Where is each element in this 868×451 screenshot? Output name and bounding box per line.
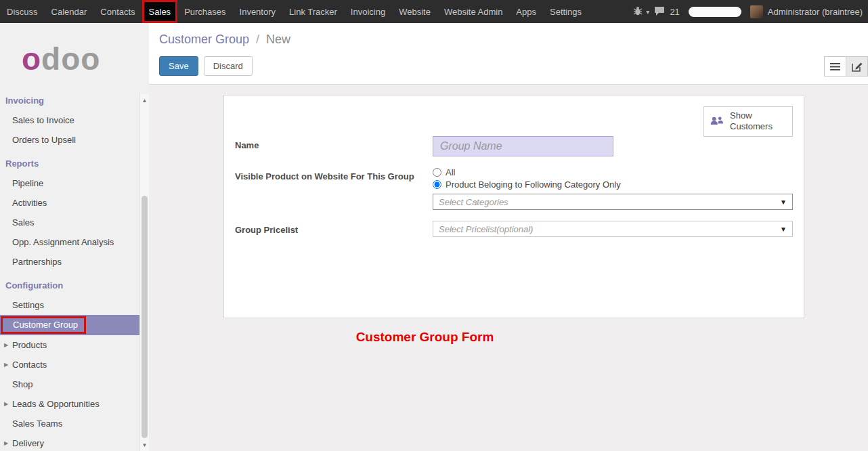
user-menu[interactable]: Administrator (braintree): [768, 7, 863, 17]
annotation-caption: Customer Group Form: [149, 330, 701, 345]
action-buttons: Save Discard: [159, 56, 868, 76]
breadcrumb: Customer Group / New: [159, 33, 868, 47]
sidebar-menu: Invoicing Sales to Invoice Orders to Ups…: [0, 87, 139, 451]
sidebar-item-sales-to-invoice[interactable]: Sales to Invoice: [0, 110, 139, 130]
chevron-down-icon[interactable]: ▾: [646, 8, 649, 16]
radio-option-all[interactable]: All: [433, 167, 793, 177]
top-navigation-bar: Discuss Calendar Contacts Sales Purchase…: [0, 0, 868, 23]
save-button[interactable]: Save: [159, 56, 198, 76]
sidebar-item-sales[interactable]: Sales: [0, 213, 139, 232]
breadcrumb-current: New: [266, 33, 290, 46]
messages-icon[interactable]: [654, 6, 665, 18]
topbar-right-tools: ▾ 21 Administrator (braintree): [632, 0, 868, 23]
content-area: Show Customers Name Visible Product on W…: [149, 85, 868, 451]
show-customers-button[interactable]: Show Customers: [703, 106, 793, 137]
sidebar-item-leads-opportunities[interactable]: ▶Leads & Opportunities: [0, 394, 139, 414]
sidebar-item-label: Contacts: [12, 360, 47, 370]
form-view-button[interactable]: [846, 56, 868, 77]
sidebar-item-label: Leads & Opportunities: [12, 399, 100, 409]
topbar-item-link-tracker[interactable]: Link Tracker: [282, 0, 344, 23]
topbar-item-invoicing[interactable]: Invoicing: [344, 0, 392, 23]
sidebar-item-orders-to-upsell[interactable]: Orders to Upsell: [0, 130, 139, 150]
radio-option-category[interactable]: Product Beloging to Following Category O…: [433, 179, 793, 190]
sidebar-item-shop[interactable]: Shop: [0, 374, 139, 394]
main-area: Customer Group / New Save Discard: [149, 23, 868, 451]
messages-count[interactable]: 21: [670, 7, 679, 17]
group-name-input[interactable]: [433, 136, 613, 156]
control-panel: Customer Group / New Save Discard: [149, 23, 868, 85]
sidebar-item-products[interactable]: ▶Products: [0, 335, 139, 355]
sidebar-item-label: Delivery: [12, 438, 44, 448]
expand-caret-icon: ▶: [4, 342, 8, 348]
pricelist-placeholder: Select Pricelist(optional): [439, 224, 533, 234]
dropdown-arrow-icon: ▼: [780, 226, 787, 233]
topbar-item-purchases[interactable]: Purchases: [177, 0, 232, 23]
sidebar: odoo Invoicing Sales to Invoice Orders t…: [0, 23, 149, 451]
name-label: Name: [235, 136, 433, 156]
topbar-item-calendar[interactable]: Calendar: [45, 0, 94, 23]
sidebar-heading-reports: Reports: [0, 150, 139, 173]
sidebar-item-partnerships[interactable]: Partnerships: [0, 252, 139, 272]
sidebar-item-settings[interactable]: Settings: [0, 295, 139, 315]
sidebar-item-pipeline[interactable]: Pipeline: [0, 173, 139, 193]
view-switcher: [825, 56, 868, 77]
sidebar-item-sales-teams[interactable]: Sales Teams: [0, 414, 139, 433]
topbar-item-discuss[interactable]: Discuss: [0, 0, 45, 23]
breadcrumb-parent[interactable]: Customer Group: [159, 33, 249, 46]
sidebar-heading-invoicing: Invoicing: [0, 87, 139, 110]
sidebar-item-delivery[interactable]: ▶Delivery: [0, 433, 139, 451]
pricelist-label: Group Pricelist: [235, 221, 433, 237]
topbar-item-inventory[interactable]: Inventory: [233, 0, 282, 23]
expand-caret-icon: ▶: [4, 362, 8, 368]
topbar-item-settings[interactable]: Settings: [543, 0, 588, 23]
edit-icon: [852, 61, 863, 72]
topbar-item-contacts[interactable]: Contacts: [93, 0, 142, 23]
list-view-button[interactable]: [824, 56, 846, 77]
dropdown-arrow-icon: ▼: [780, 198, 787, 206]
topbar-item-website-admin[interactable]: Website Admin: [437, 0, 509, 23]
scroll-up-icon[interactable]: ▲: [140, 95, 149, 105]
loading-indicator: [689, 7, 741, 17]
expand-caret-icon: ▶: [4, 440, 8, 446]
sidebar-heading-configuration: Configuration: [0, 272, 139, 295]
odoo-logo: odoo: [0, 23, 149, 87]
logo-letters: doo: [41, 41, 100, 77]
radio-category-label: Product Beloging to Following Category O…: [446, 179, 621, 190]
sidebar-item-activities[interactable]: Activities: [0, 193, 139, 213]
name-field-cell: [433, 136, 793, 156]
topbar-item-sales[interactable]: Sales: [142, 0, 178, 23]
customers-group-icon: [710, 114, 724, 128]
radio-category-input[interactable]: [433, 180, 441, 189]
sidebar-item-label: Products: [12, 340, 47, 350]
topbar-item-website[interactable]: Website: [392, 0, 437, 23]
expand-caret-icon: ▶: [4, 401, 8, 407]
visibility-label: Visible Product on Website For This Grou…: [235, 167, 433, 210]
debug-bug-icon[interactable]: [632, 6, 643, 18]
radio-all-label: All: [446, 167, 455, 177]
show-customers-label: Show Customers: [730, 110, 787, 133]
sidebar-item-contacts[interactable]: ▶Contacts: [0, 355, 139, 374]
topbar-item-apps[interactable]: Apps: [509, 0, 543, 23]
categories-placeholder: Select Categories: [439, 197, 508, 207]
breadcrumb-separator: /: [256, 33, 259, 46]
form-fields: Name Visible Product on Website For This…: [235, 136, 793, 237]
scroll-down-icon[interactable]: ▼: [140, 440, 149, 450]
logo-letter: o: [22, 41, 41, 77]
annotation-box: Customer Group: [1, 316, 86, 334]
pricelist-select[interactable]: Select Pricelist(optional) ▼: [433, 221, 793, 237]
radio-all-input[interactable]: [433, 168, 441, 177]
pricelist-field-cell: Select Pricelist(optional) ▼: [433, 221, 793, 237]
scrollbar-thumb[interactable]: [142, 196, 148, 438]
visibility-field-cell: All Product Beloging to Following Catego…: [433, 167, 793, 210]
list-icon: [830, 62, 840, 71]
sidebar-item-opp-assignment-analysis[interactable]: Opp. Assignment Analysis: [0, 232, 139, 252]
sidebar-scrollbar[interactable]: ▲ ▼: [139, 94, 149, 451]
avatar[interactable]: [750, 5, 763, 18]
form-sheet: Show Customers Name Visible Product on W…: [223, 95, 804, 318]
sidebar-item-customer-group[interactable]: Customer Group: [0, 315, 139, 335]
discard-button[interactable]: Discard: [204, 56, 253, 76]
categories-select[interactable]: Select Categories ▼: [433, 194, 793, 210]
